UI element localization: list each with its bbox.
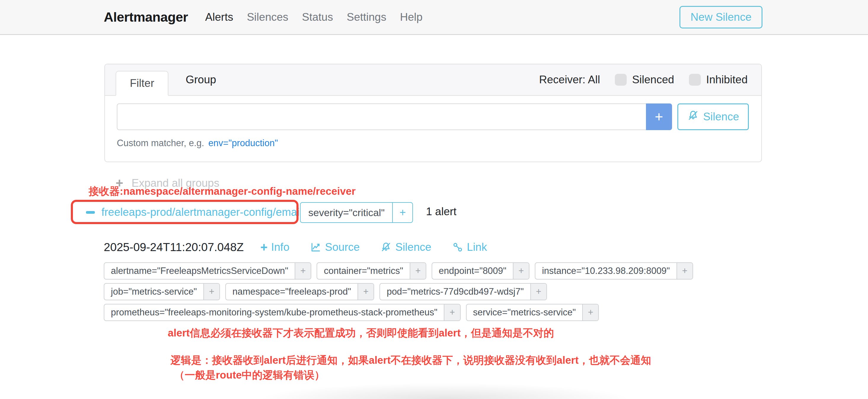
collapse-minus-icon	[86, 211, 95, 214]
nav-settings[interactable]: Settings	[346, 11, 386, 23]
link-icon	[452, 242, 463, 253]
silence-alert-button-label: Silence	[395, 241, 431, 253]
label-row-2: job="metrics-service"+ namespace="freele…	[104, 283, 547, 300]
matcher-hint-text: Custom matcher, e.g.	[117, 138, 204, 149]
label-add-filter-button[interactable]: +	[295, 263, 311, 279]
label-text: namespace="freeleaps-prod"	[226, 284, 358, 300]
silence-alert-button[interactable]: Silence	[380, 241, 431, 253]
app-brand[interactable]: Alertmanager	[104, 9, 188, 25]
silenced-checkbox-label[interactable]: Silenced	[632, 73, 674, 86]
receiver-filter-label[interactable]: Receiver: All	[539, 73, 600, 86]
alert-timestamp: 2025-09-24T11:20:07.048Z	[104, 241, 244, 254]
label-text: service="metrics-service"	[467, 304, 583, 320]
label-tag-alertname: alertname="FreeleapsMetricsServiceDown"+	[104, 262, 311, 280]
label-text: job="metrics-service"	[104, 284, 204, 300]
info-button[interactable]: + Info	[260, 241, 289, 253]
nav-alerts[interactable]: Alerts	[205, 11, 233, 23]
source-button[interactable]: Source	[310, 241, 360, 253]
main-nav: Alerts Silences Status Settings Help	[205, 11, 423, 23]
nav-status[interactable]: Status	[302, 11, 333, 23]
inhibited-checkbox-label[interactable]: Inhibited	[706, 73, 748, 86]
alert-header-row: 2025-09-24T11:20:07.048Z + Info Source	[104, 241, 487, 254]
matcher-input-group: + Silence	[117, 103, 749, 130]
matcher-example-link[interactable]: env="production"	[208, 138, 278, 149]
annotation-line-2: 逻辑是：接收器收到alert后进行通知，如果alert不在接收器下，说明接收器没…	[170, 354, 651, 367]
label-add-filter-button[interactable]: +	[204, 284, 219, 300]
label-tag-container: container="metrics"+	[317, 262, 426, 280]
label-text: instance="10.233.98.209:8009"	[535, 263, 676, 279]
bell-slash-icon	[380, 242, 392, 253]
label-text: prometheus="freeleaps-monitoring-system/…	[104, 304, 444, 320]
link-button-label: Link	[467, 241, 487, 253]
label-tag-pod: pod="metrics-77d9cdb497-wdsj7"+	[379, 283, 547, 300]
tab-filter[interactable]: Filter	[116, 71, 168, 96]
chart-icon	[310, 242, 321, 253]
add-matcher-button[interactable]: +	[646, 103, 672, 130]
label-text: container="metrics"	[317, 263, 410, 279]
silenced-checkbox[interactable]	[615, 74, 627, 86]
annotation-line-1: alert信息必须在接收器下才表示配置成功，否则即使能看到alert，但是通知是…	[168, 326, 554, 340]
label-add-filter-button[interactable]: +	[530, 284, 546, 300]
alert-count: 1 alert	[426, 206, 457, 218]
label-tag-service: service="metrics-service"+	[466, 304, 599, 321]
generator-link[interactable]: Link	[452, 241, 487, 253]
label-text: alertname="FreeleapsMetricsServiceDown"	[104, 263, 295, 279]
filter-card-header: Filter Group Receiver: All Silenced Inhi…	[105, 64, 761, 96]
new-silence-button[interactable]: New Silence	[679, 6, 763, 28]
bell-slash-icon	[687, 110, 699, 124]
label-text: endpoint="8009"	[432, 263, 513, 279]
matcher-input[interactable]	[117, 103, 646, 130]
annotation-line-3: （一般是route中的逻辑有错误）	[174, 368, 325, 382]
label-row-3: prometheus="freeleaps-monitoring-system/…	[104, 304, 599, 321]
label-tag-namespace: namespace="freeleaps-prod"+	[225, 283, 374, 300]
label-add-filter-button[interactable]: +	[582, 304, 598, 320]
matcher-hint: Custom matcher, e.g. env="production"	[117, 138, 749, 149]
group-matcher-add-button[interactable]: +	[392, 203, 412, 222]
info-button-label: Info	[271, 241, 290, 253]
filter-header-right: Receiver: All Silenced Inhibited	[539, 73, 761, 86]
silence-from-filter-button[interactable]: Silence	[677, 103, 749, 130]
label-tag-prometheus: prometheus="freeleaps-monitoring-system/…	[104, 304, 461, 321]
label-tag-instance: instance="10.233.98.209:8009"+	[535, 262, 693, 280]
alert-group-toggle[interactable]: freeleaps-prod/alertmanager-config/email	[86, 201, 302, 224]
alert-actions: + Info Source Silence	[260, 241, 487, 253]
source-button-label: Source	[325, 241, 360, 253]
label-add-filter-button[interactable]: +	[444, 304, 460, 320]
top-navbar: Alertmanager Alerts Silences Status Sett…	[0, 0, 868, 35]
group-matcher-tag: severity="critical" +	[300, 202, 413, 223]
group-matcher-text[interactable]: severity="critical"	[301, 203, 392, 222]
filter-card-body: + Silence Custom matcher, e.g. env="prod…	[105, 96, 761, 149]
alert-group-name[interactable]: freeleaps-prod/alertmanager-config/email	[101, 206, 302, 218]
label-text: pod="metrics-77d9cdb497-wdsj7"	[380, 284, 530, 300]
plus-icon: +	[260, 241, 268, 253]
label-add-filter-button[interactable]: +	[358, 284, 374, 300]
nav-silences[interactable]: Silences	[247, 11, 288, 23]
nav-help[interactable]: Help	[400, 11, 423, 23]
annotation-receiver-note: 接收器:namespace/altermanager-config-name/r…	[89, 184, 356, 198]
inhibited-checkbox[interactable]	[689, 74, 701, 86]
tab-group[interactable]: Group	[186, 73, 216, 86]
label-add-filter-button[interactable]: +	[513, 263, 529, 279]
silence-button-label: Silence	[703, 111, 739, 123]
label-add-filter-button[interactable]: +	[677, 263, 692, 279]
label-tag-endpoint: endpoint="8009"+	[432, 262, 529, 280]
bottom-shadow	[211, 380, 679, 399]
label-tag-job: job="metrics-service"+	[104, 283, 220, 300]
label-row-1: alertname="FreeleapsMetricsServiceDown"+…	[104, 262, 693, 280]
filter-card: Filter Group Receiver: All Silenced Inhi…	[104, 64, 762, 162]
label-add-filter-button[interactable]: +	[410, 263, 426, 279]
